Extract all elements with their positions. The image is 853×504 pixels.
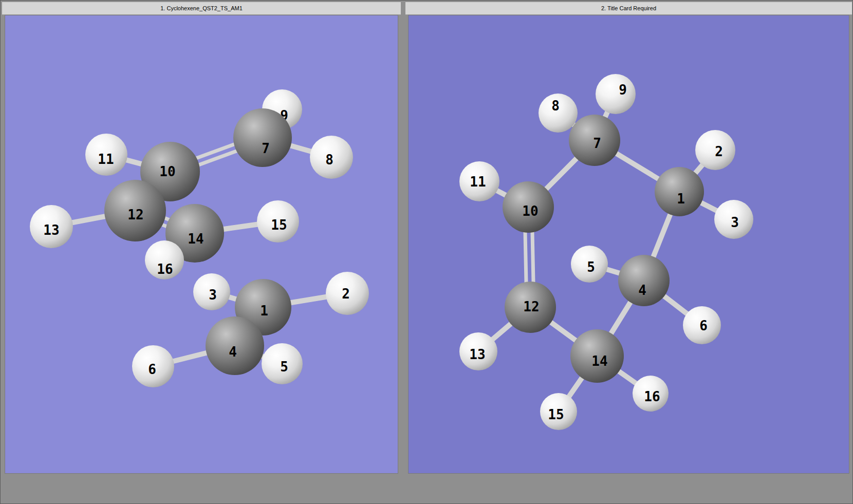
atom-label-13: 13 (469, 347, 485, 362)
atom-label-1: 1 (677, 191, 685, 207)
atom-label-5: 5 (280, 359, 288, 375)
atom-C4[interactable] (618, 255, 670, 306)
atom-label-3: 3 (731, 215, 739, 230)
atom-label-3: 3 (209, 287, 217, 303)
panel-2-viewport[interactable]: 89112710311213546141615 (408, 15, 849, 474)
atom-label-12: 12 (523, 299, 539, 314)
panel-1-viewport[interactable]: 91113151012781416312456 (5, 15, 398, 474)
atom-label-9: 9 (619, 82, 627, 98)
panel-1-titlebar[interactable]: 1. Cyclohexene_QST2_TS_AM1 (2, 2, 401, 15)
atom-label-6: 6 (699, 318, 708, 333)
atom-label-8: 8 (551, 98, 560, 114)
atom-label-1: 1 (260, 303, 268, 319)
atom-label-2: 2 (715, 144, 723, 159)
atom-label-11: 11 (470, 174, 486, 190)
atom-H9[interactable] (596, 74, 636, 114)
atom-label-15: 15 (548, 407, 564, 422)
atom-label-13: 13 (43, 222, 59, 238)
atom-label-14: 14 (188, 231, 203, 247)
atom-C7[interactable] (233, 108, 292, 167)
atom-label-4: 4 (229, 344, 237, 360)
atom-label-14: 14 (591, 353, 607, 369)
molecule-canvas[interactable]: 91113151012781416312456 (5, 15, 398, 474)
panel-2: 2. Title Card Required 89112710311213546… (405, 2, 852, 502)
atom-label-16: 16 (644, 389, 660, 404)
atom-label-4: 4 (638, 283, 646, 298)
atom-label-7: 7 (593, 136, 601, 151)
panel-1: 1. Cyclohexene_QST2_TS_AM1 9111315101278… (2, 2, 401, 502)
atom-label-11: 11 (98, 152, 114, 167)
atom-label-12: 12 (127, 207, 143, 222)
atom-label-8: 8 (325, 152, 333, 167)
atom-label-15: 15 (271, 217, 287, 233)
atom-label-7: 7 (262, 141, 270, 156)
molecule-canvas[interactable]: 89112710311213546141615 (408, 15, 849, 474)
atom-label-5: 5 (587, 259, 595, 275)
atom-label-16: 16 (157, 262, 173, 277)
atom-label-2: 2 (342, 286, 350, 302)
gaussview-window: 1. Cyclohexene_QST2_TS_AM1 9111315101278… (0, 0, 853, 504)
atom-label-6: 6 (148, 362, 156, 377)
panel-1-title: 1. Cyclohexene_QST2_TS_AM1 (160, 5, 243, 11)
atom-label-10: 10 (522, 203, 538, 219)
panel-2-titlebar[interactable]: 2. Title Card Required (405, 2, 852, 15)
panel-2-title: 2. Title Card Required (601, 5, 656, 11)
atom-label-10: 10 (159, 164, 175, 179)
